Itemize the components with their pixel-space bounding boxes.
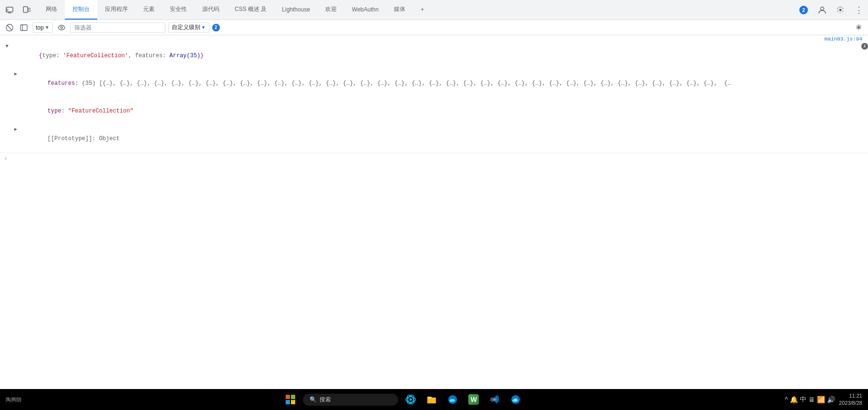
console-toolbar: top ▼ 自定义级别 ▼ 2 (0, 20, 868, 35)
taskbar-app-green[interactable]: W (465, 391, 482, 408)
taskbar: 陶腾朗 🔍 搜索 (0, 389, 868, 410)
device-mode-icon[interactable] (19, 2, 34, 18)
user-icon-button[interactable] (815, 2, 830, 18)
toolbar-right (853, 22, 864, 33)
prototype-text: [[Prototype]]: Object (20, 126, 868, 152)
time-display[interactable]: 11:21 2023/8/28 (839, 392, 862, 407)
type-line: type: "FeatureCollection" (0, 97, 868, 125)
clock-time: 11:21 (839, 392, 862, 400)
svg-rect-10 (286, 395, 290, 399)
scope-selector[interactable]: top ▼ (32, 22, 53, 33)
svg-rect-2 (23, 7, 28, 12)
prompt-line: › (0, 153, 868, 164)
taskbar-right: ^ 🔔 中 🖥 📶 🔊 11:21 2023/8/28 (785, 392, 862, 407)
tab-sources[interactable]: 源代码 (195, 0, 227, 20)
scope-label: top (36, 24, 44, 31)
tab-media[interactable]: 媒体 (386, 0, 413, 20)
tray-volume-icon[interactable]: 🔊 (827, 396, 835, 403)
tab-elements[interactable]: 元素 (135, 0, 162, 20)
issue-badge: 2 (799, 6, 808, 14)
tray-display-icon[interactable]: 🖥 (808, 396, 815, 403)
screen-cast-icon[interactable] (2, 2, 17, 18)
svg-point-17 (410, 399, 412, 401)
prototype-line: ▶ [[Prototype]]: Object (0, 125, 868, 153)
toolbar-badge-circle: 2 (212, 24, 220, 31)
scope-arrow: ▼ (45, 25, 50, 30)
eye-icon-button[interactable] (56, 22, 67, 33)
tab-add[interactable]: + (413, 0, 432, 20)
console-settings-button[interactable] (853, 22, 864, 33)
svg-rect-12 (286, 400, 290, 404)
taskbar-center: 🔍 搜索 W (282, 391, 524, 408)
tray-expand-icon[interactable]: ^ (785, 396, 788, 403)
svg-rect-11 (291, 395, 295, 399)
features-text: features: (35) [{…}, {…}, {…}, {…}, {…},… (20, 71, 868, 96)
svg-point-1 (6, 11, 7, 12)
type-text: type: "FeatureCollection" (20, 98, 868, 124)
object-summary-text: {type: 'FeatureCollection', features: Ar… (11, 43, 859, 69)
filter-input[interactable] (70, 22, 165, 33)
tab-lighthouse[interactable]: Lighthouse (274, 0, 318, 20)
tab-application[interactable]: 应用程序 (97, 0, 135, 20)
more-options-button[interactable]: ⋮ (851, 2, 866, 18)
svg-rect-3 (28, 8, 30, 11)
prototype-expand-arrow[interactable]: ▶ (12, 126, 19, 133)
show-sidebar-button[interactable] (18, 22, 30, 33)
prompt-arrow: › (4, 155, 8, 162)
issue-count-button[interactable]: 2 (796, 5, 812, 15)
clear-console-button[interactable] (4, 22, 15, 33)
system-tray: ^ 🔔 中 🖥 📶 🔊 (785, 395, 835, 404)
level-selector[interactable]: 自定义级别 ▼ (168, 22, 209, 33)
svg-rect-13 (291, 400, 295, 404)
taskbar-app-edge2[interactable] (507, 391, 524, 408)
object-expand-arrow[interactable]: ▶ (4, 43, 10, 50)
svg-point-4 (821, 7, 824, 10)
tray-network-icon[interactable]: 📶 (817, 396, 825, 403)
tab-security[interactable]: 安全性 (162, 0, 195, 20)
tab-bar-right: 2 ⋮ (796, 2, 866, 18)
features-expand-arrow[interactable]: ▶ (12, 71, 19, 77)
svg-line-6 (7, 25, 12, 30)
tray-notification-icon[interactable]: 🔔 (790, 396, 798, 403)
tab-bar-left-icons (2, 2, 34, 18)
taskbar-app-files[interactable] (423, 391, 440, 408)
taskbar-search-label: 搜索 (320, 396, 331, 404)
clock-date: 2023/8/28 (839, 400, 862, 407)
taskbar-app-vscode[interactable] (486, 391, 503, 408)
console-entry-object: ▶ {type: 'FeatureCollection', features: … (0, 42, 868, 153)
tab-webauthn[interactable]: WebAuthn (344, 0, 386, 20)
object-summary-line: ▶ {type: 'FeatureCollection', features: … (0, 42, 868, 70)
tab-bar: 网络 控制台 应用程序 元素 安全性 源代码 CSS 概述 及 Lighthou… (0, 0, 868, 20)
tray-ime-icon[interactable]: 中 (800, 395, 806, 404)
toolbar-issue-badge: 2 (212, 24, 220, 31)
tab-welcome[interactable]: 欢迎 (318, 0, 344, 20)
svg-rect-7 (21, 25, 27, 31)
windows-start-button[interactable] (282, 391, 299, 408)
level-label: 自定义级别 (172, 23, 200, 31)
tab-network[interactable]: 网络 (38, 0, 65, 20)
settings-icon-button[interactable] (833, 2, 848, 18)
tab-css-overview[interactable]: CSS 概述 及 (227, 0, 274, 20)
taskbar-search[interactable]: 🔍 搜索 (303, 394, 398, 406)
taskbar-app-edge[interactable] (444, 391, 461, 408)
features-line: ▶ features: (35) [{…}, {…}, {…}, {…}, {…… (0, 70, 868, 97)
info-icon[interactable]: i (861, 43, 868, 50)
tabs-container: 网络 控制台 应用程序 元素 安全性 源代码 CSS 概述 及 Lighthou… (38, 0, 796, 20)
source-link[interactable]: main03.js:94 (0, 35, 868, 42)
taskbar-user-label: 陶腾朗 (6, 396, 21, 403)
console-content: main03.js:94 ▶ {type: 'FeatureCollection… (0, 35, 868, 389)
level-arrow: ▼ (201, 25, 206, 30)
taskbar-search-icon: 🔍 (310, 396, 317, 403)
taskbar-app-explorer[interactable] (402, 391, 419, 408)
svg-point-9 (61, 27, 62, 29)
svg-point-18 (514, 398, 517, 401)
tab-console[interactable]: 控制台 (65, 0, 97, 20)
